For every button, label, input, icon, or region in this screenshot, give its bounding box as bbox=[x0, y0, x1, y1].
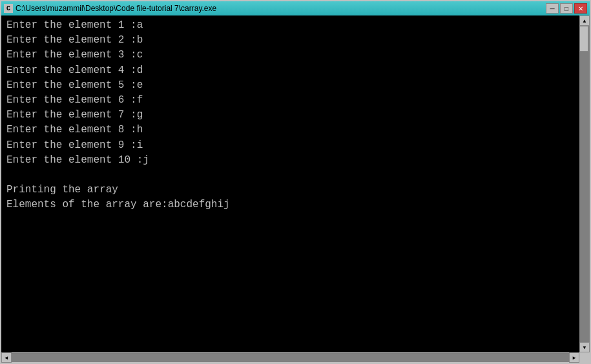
scrollbar-horizontal: ◄ ► bbox=[1, 352, 579, 363]
title-bar-text: C:\Users\muzammil\Desktop\Code file-tuto… bbox=[16, 4, 216, 13]
console-output: Enter the element 1 :a Enter the element… bbox=[1, 15, 579, 352]
scroll-up-button[interactable]: ▲ bbox=[579, 15, 590, 26]
bottom-bar: ◄ ► bbox=[1, 352, 590, 363]
scroll-corner bbox=[579, 352, 590, 363]
scrollbar-thumb[interactable] bbox=[579, 26, 588, 52]
maximize-button[interactable]: □ bbox=[560, 3, 573, 14]
window: C C:\Users\muzammil\Desktop\Code file-tu… bbox=[0, 0, 591, 364]
close-button[interactable]: ✕ bbox=[574, 3, 587, 14]
scroll-right-button[interactable]: ► bbox=[569, 352, 579, 363]
minimize-button[interactable]: ─ bbox=[546, 3, 559, 14]
scroll-track-horizontal bbox=[12, 353, 569, 362]
title-bar: C C:\Users\muzammil\Desktop\Code file-tu… bbox=[1, 1, 590, 15]
scroll-left-button[interactable]: ◄ bbox=[1, 352, 12, 363]
scrollbar-vertical: ▲ ▼ bbox=[579, 15, 590, 352]
title-bar-controls: ─ □ ✕ bbox=[546, 3, 587, 14]
scrollbar-track bbox=[579, 26, 590, 342]
console-area: Enter the element 1 :a Enter the element… bbox=[1, 15, 590, 352]
title-bar-left: C C:\Users\muzammil\Desktop\Code file-tu… bbox=[4, 4, 216, 13]
scroll-down-button[interactable]: ▼ bbox=[579, 342, 590, 352]
window-icon: C bbox=[4, 4, 13, 13]
